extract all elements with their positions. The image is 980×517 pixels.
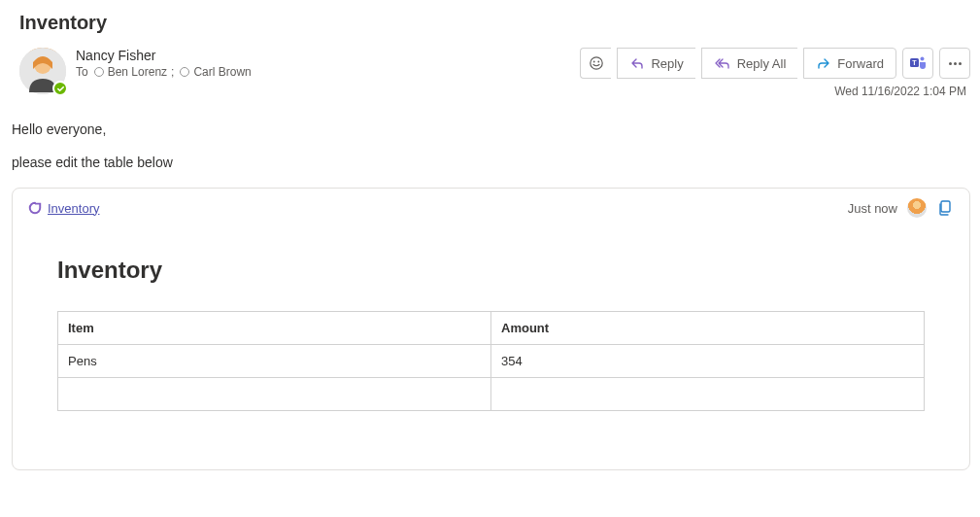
reply-button[interactable]: Reply [617, 48, 694, 79]
loop-title-link[interactable]: Inventory [48, 201, 99, 216]
table-cell[interactable]: Pens [58, 345, 491, 378]
more-actions-button[interactable] [939, 48, 970, 79]
email-body: Hello everyone, please edit the table be… [12, 121, 970, 470]
forward-label: Forward [837, 56, 884, 71]
table-row: Pens 354 [58, 345, 925, 378]
table-header-row: Item Amount [58, 312, 925, 345]
table-cell[interactable]: 354 [491, 345, 925, 378]
copy-component-icon[interactable] [936, 199, 954, 217]
body-greeting: Hello everyone, [12, 121, 970, 137]
smiley-icon [589, 55, 604, 71]
body-line: please edit the table below [12, 155, 970, 170]
teams-icon: T [909, 54, 927, 72]
sender-avatar[interactable] [19, 48, 66, 94]
react-button[interactable] [580, 48, 611, 79]
to-label: To [76, 65, 88, 79]
reply-label: Reply [651, 56, 683, 71]
email-subject: Inventory [19, 12, 970, 34]
svg-rect-8 [941, 201, 950, 212]
sender-name[interactable]: Nancy Fisher [76, 48, 580, 63]
email-header: Nancy Fisher To Ben Lorenz; Carl Brown [19, 48, 970, 98]
table-cell[interactable] [58, 378, 491, 411]
reply-icon [629, 55, 645, 71]
loop-heading[interactable]: Inventory [57, 257, 925, 284]
svg-point-2 [591, 57, 602, 69]
forward-button[interactable]: Forward [803, 48, 896, 79]
loop-icon [28, 201, 42, 215]
presence-unknown-icon [94, 67, 104, 77]
loop-component[interactable]: Inventory Just now Inventory Item Amount [12, 188, 970, 470]
svg-text:T: T [912, 59, 917, 66]
reply-all-icon [714, 55, 731, 71]
table-header-cell[interactable]: Amount [491, 312, 925, 345]
forward-icon [816, 55, 831, 71]
recipients-line: To Ben Lorenz; Carl Brown [76, 65, 580, 79]
recipient-name: Carl Brown [193, 65, 251, 79]
recipient-name: Ben Lorenz [108, 65, 167, 79]
reply-all-button[interactable]: Reply All [701, 48, 798, 79]
loop-header: Inventory Just now [13, 189, 969, 227]
teams-button[interactable]: T [902, 48, 933, 79]
svg-point-3 [593, 61, 595, 63]
table-row [58, 378, 925, 411]
table-cell[interactable] [491, 378, 925, 411]
loop-last-edited: Just now [848, 201, 897, 216]
loop-editor-avatar[interactable] [907, 198, 927, 218]
table-header-cell[interactable]: Item [58, 312, 491, 345]
more-icon [949, 62, 962, 65]
received-timestamp: Wed 11/16/2022 1:04 PM [834, 85, 970, 98]
presence-available-icon [52, 81, 68, 96]
recipient[interactable]: Ben Lorenz; [94, 65, 175, 79]
loop-body[interactable]: Inventory Item Amount Pens 354 [13, 227, 969, 469]
svg-point-7 [921, 57, 925, 61]
svg-point-4 [597, 61, 599, 63]
recipient[interactable]: Carl Brown [180, 65, 251, 79]
inventory-table[interactable]: Item Amount Pens 354 [57, 311, 925, 411]
presence-unknown-icon [180, 67, 189, 77]
message-actions: Reply Reply All Forward T [580, 48, 970, 79]
reply-all-label: Reply All [737, 56, 787, 71]
